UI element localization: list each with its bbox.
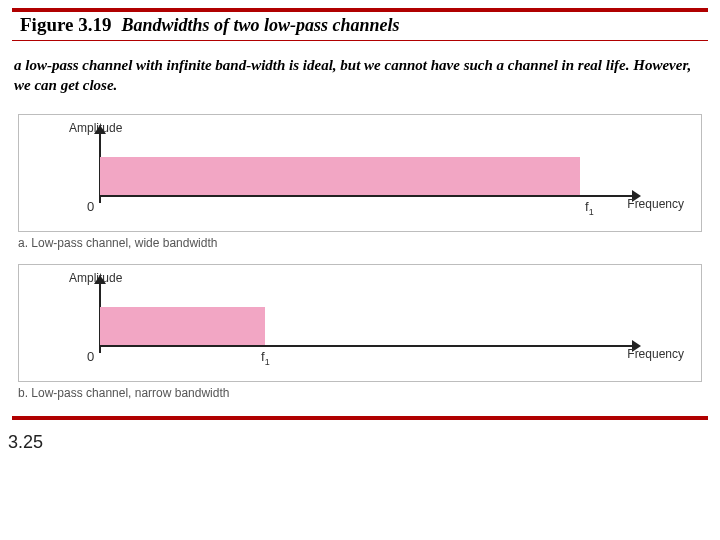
axis-label-frequency: Frequency <box>627 347 684 361</box>
tick-zero: 0 <box>87 349 94 364</box>
tick-f1: f1 <box>261 349 270 367</box>
bandwidth-bar-narrow <box>100 307 265 345</box>
top-rule <box>12 8 708 12</box>
chart-a-area: Amplitude 0 f1 Frequency <box>29 123 684 223</box>
chart-b-area: Amplitude 0 f1 Frequency <box>29 273 684 373</box>
chart-b-box: Amplitude 0 f1 Frequency <box>18 264 702 382</box>
chart-b-caption: b. Low-pass channel, narrow bandwidth <box>18 386 702 400</box>
tick-f1-sub: 1 <box>265 356 270 366</box>
x-axis <box>99 345 634 347</box>
chart-a-caption: a. Low-pass channel, wide bandwidth <box>18 236 702 250</box>
tick-f1: f1 <box>585 199 594 217</box>
chart-a-box: Amplitude 0 f1 Frequency <box>18 114 702 232</box>
bandwidth-bar-wide <box>100 157 580 195</box>
page-number: 3.25 <box>0 428 720 453</box>
figure-header: Figure 3.19 Bandwidths of two low-pass c… <box>0 14 720 40</box>
bottom-rule <box>12 416 708 420</box>
figure-description: a low-pass channel with infinite band-wi… <box>0 41 720 106</box>
tick-f1-sub: 1 <box>589 206 594 216</box>
figure-number: Figure 3.19 <box>20 14 111 36</box>
x-axis <box>99 195 634 197</box>
figure-title: Bandwidths of two low-pass channels <box>121 15 399 36</box>
tick-zero: 0 <box>87 199 94 214</box>
axis-label-frequency: Frequency <box>627 197 684 211</box>
